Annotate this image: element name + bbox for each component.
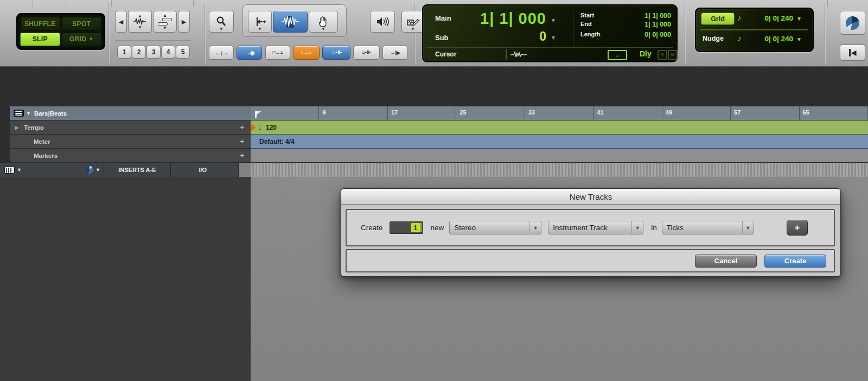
inserts-column-header[interactable]: INSERTS A-E [104,163,170,177]
tab-to-transient-button[interactable]: →◆ [237,46,262,60]
create-button[interactable]: Create [764,255,826,268]
slip-mode-button[interactable]: SLIP [20,33,60,47]
markers-timeline[interactable] [251,149,868,163]
chevron-down-icon[interactable]: ▼ [796,16,802,22]
grid-value-button[interactable]: Grid [701,12,735,25]
selector-tool-button[interactable] [273,11,308,33]
io-column-header[interactable]: I/O [170,163,235,177]
meter-event-value[interactable]: Default: 4/4 [259,138,295,145]
markers-ruler-header[interactable]: Markers + [0,149,251,163]
speaker-icon [375,16,390,28]
track-count-value: 1 [411,223,420,232]
shuffle-mode-button[interactable]: SHUFFLE [20,17,60,31]
expand-arrow-icon[interactable]: ▶ [10,125,24,130]
add-marker-button[interactable]: + [240,151,244,160]
zoom-preset-5-button[interactable]: 5 [176,46,190,59]
add-meter-event-button[interactable]: + [240,137,244,145]
end-value[interactable]: 1| 1| 000 [644,21,671,28]
chevron-down-icon[interactable]: ▼ [551,35,556,41]
dialog-title: New Tracks [570,192,612,201]
link-track-edit-selection-button[interactable]: ↓↑•‖• [322,46,350,60]
window-gutter [0,149,10,162]
cursor-waveform-icon [510,51,528,59]
nudge-value[interactable]: 0| 0| 240 [764,35,793,43]
zoom-preset-2-button[interactable]: 2 [132,46,146,59]
track-list-header: ▼ ▼ INSERTS A-E I/O [0,163,251,177]
return-to-zero-button[interactable]: ◀ [840,45,865,61]
chevron-down-icon[interactable]: ▼ [17,167,22,173]
solo-indicator[interactable]: S [658,50,667,60]
timebase-clock-icon[interactable] [86,166,93,174]
grid-value[interactable]: 0| 0| 240 [764,14,793,22]
meter-ruler-header[interactable]: Meter + [0,135,251,149]
chevron-down-icon[interactable]: ▼ [26,111,31,116]
bars-beats-timeline[interactable]: 9 17 25 33 41 49 57 65 [251,106,868,120]
add-tempo-event-button[interactable]: + [240,123,244,131]
midi-zoom-button[interactable]: ▲ ▼ [153,11,177,33]
zoom-preset-3-button[interactable]: 3 [146,46,161,59]
insertion-follows-playback-button[interactable]: →|▶ [382,46,408,60]
meter-timeline[interactable]: Default: 4/4 [251,135,868,149]
track-timebase-dropdown[interactable]: Ticks ▼ [662,221,754,234]
timebase-ruler-strip [251,163,868,177]
bar-cell: 41 [593,106,662,120]
grid-label: GRID [69,35,86,43]
sub-counter-value[interactable]: 0 [539,29,546,44]
chevron-down-icon[interactable]: ▼ [796,36,802,42]
track-timebase-value: Ticks [662,224,742,232]
zoom-toggle-button[interactable]: ←↕→ [209,46,234,60]
toolbar-tab-outline [33,0,66,7]
bar-cell: 17 [388,106,456,120]
zoom-out-horizontal-button[interactable]: ◀ [115,11,127,33]
zoom-in-horizontal-button[interactable]: ▶ [178,11,190,33]
pencil-tool-button[interactable]: ▼ [401,11,424,33]
mirrored-midi-editing-button[interactable]: ○→○ [293,46,320,60]
chevron-down-icon[interactable]: ▼ [551,17,556,23]
zoomer-tool-button[interactable]: ▼ [209,11,234,33]
tempo-ruler-header[interactable]: ▶ Tempo + [0,120,251,135]
meter-label: Meter [34,138,50,145]
spot-mode-button[interactable]: SPOT [62,17,102,31]
toolbar-tab-outline [827,0,868,7]
dialog-title-bar[interactable]: New Tracks [341,189,840,205]
session-time-button[interactable] [840,11,865,35]
chevron-down-icon: ▼ [742,221,754,234]
track-width-dropdown[interactable]: Stereo ▼ [449,221,541,234]
delay-compensation-label[interactable]: Dly [640,49,652,58]
cancel-button-label: Cancel [714,257,738,265]
main-counter-value[interactable]: 1| 1| 000 [480,10,546,28]
note-icon: ♪ [737,34,742,43]
chevron-down-icon: ▼ [258,27,262,31]
tempo-marker-icon[interactable] [251,124,256,131]
chevron-down-icon[interactable]: ▼ [95,167,100,173]
track-type-dropdown[interactable]: Instrument Track ▼ [548,221,643,234]
add-track-row-button[interactable]: + [787,220,808,236]
trim-tool-button[interactable]: ▼ [248,11,272,33]
mute-indicator[interactable]: M [668,50,678,60]
ruler-view-icon[interactable] [14,110,24,117]
track-count-field[interactable]: 1 [390,221,423,234]
cancel-button[interactable]: Cancel [695,255,757,268]
length-value[interactable]: 0| 0| 000 [644,31,671,39]
insertion-follows-playback-indicator[interactable]: ↔ [608,50,627,60]
scrubber-tool-button[interactable] [370,11,395,33]
nudge-label: Nudge [703,35,724,42]
zoom-preset-1-button[interactable]: 1 [117,46,131,59]
layered-editing-button[interactable]: ≡•‖• [353,46,380,60]
counter-divider [573,11,573,47]
zoom-preset-4-button[interactable]: 4 [161,46,175,59]
start-value[interactable]: 1| 1| 000 [644,12,671,20]
tempo-event-value[interactable]: 120 [266,124,277,131]
bars-beats-ruler-header[interactable]: ▼ Bars|Beats [0,106,251,120]
grid-mode-button[interactable]: GRID▼ [62,33,102,47]
bar-cell: 9 [319,106,387,120]
toolbar-expansion-band [0,67,868,106]
audio-zoom-button[interactable]: ▲ ▼ [128,11,152,33]
tempo-timeline[interactable]: ♩ 120 [251,120,868,135]
track-columns-icon[interactable] [4,167,15,174]
link-timeline-edit-selection-button[interactable]: □→≡ [265,46,290,60]
grabber-tool-button[interactable]: ▼ [309,11,338,33]
scrollbar-thumb[interactable] [238,163,251,177]
start-label: Start [580,12,594,18]
bar-cell: 33 [525,106,593,120]
